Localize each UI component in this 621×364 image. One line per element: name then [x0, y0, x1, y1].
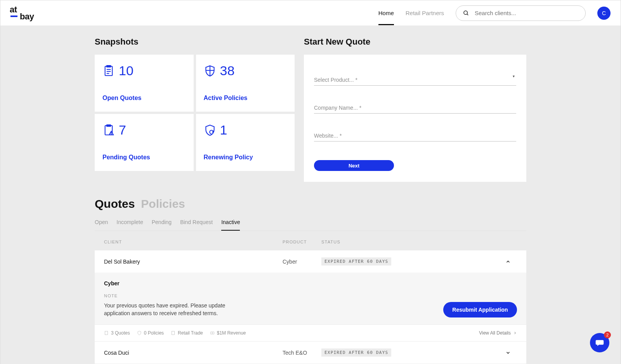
- snapshot-label: Active Policies: [204, 95, 287, 102]
- snapshot-open-quotes[interactable]: 10 Open Quotes: [95, 55, 194, 112]
- nav-retail-partners[interactable]: Retail Partners: [406, 1, 444, 25]
- shield-icon: [137, 331, 142, 335]
- website-label: Website... *: [314, 133, 342, 139]
- shield-icon: [204, 65, 216, 77]
- product-select[interactable]: Select Product... * ▾: [314, 72, 516, 86]
- quotes-table: CLIENT PRODUCT STATUS Del Sol Bakery Cyb…: [95, 231, 526, 364]
- clipboard-icon: [104, 331, 109, 335]
- chevron-up-icon[interactable]: [505, 259, 511, 264]
- shield-refresh-icon: [204, 124, 216, 136]
- table-row-header[interactable]: Cosa Duci Tech E&O EXPIRED AFTER 60 DAYS: [95, 342, 526, 364]
- snapshot-active-policies[interactable]: 38 Active Policies: [196, 55, 295, 112]
- building-icon: [171, 331, 175, 335]
- search-input[interactable]: [475, 10, 578, 16]
- chevron-down-icon[interactable]: [505, 350, 511, 355]
- snapshot-value: 7: [119, 122, 126, 138]
- company-name-input[interactable]: Company Name... *: [314, 100, 516, 114]
- new-quote-panel: Select Product... * ▾ Company Name... * …: [304, 55, 526, 182]
- svg-rect-13: [105, 331, 108, 335]
- meta-policies: 0 Policies: [144, 330, 164, 336]
- chat-launcher[interactable]: 2: [590, 333, 609, 352]
- nav-home[interactable]: Home: [378, 1, 394, 25]
- svg-rect-16: [210, 332, 214, 334]
- note-label: NOTE: [104, 293, 517, 298]
- row-expanded: Cyber NOTE Your previous quotes have exp…: [95, 273, 526, 324]
- subtab-bind-request[interactable]: Bind Request: [180, 219, 213, 231]
- svg-point-17: [212, 333, 213, 334]
- subtab-inactive[interactable]: Inactive: [221, 219, 240, 231]
- snapshot-label: Open Quotes: [102, 95, 186, 102]
- product-select-label: Select Product... *: [314, 77, 357, 83]
- table-row-header[interactable]: Del Sol Bakery Cyber EXPIRED AFTER 60 DA…: [95, 250, 526, 273]
- resubmit-application-button[interactable]: Resubmit Application: [443, 302, 517, 317]
- col-product: PRODUCT: [283, 240, 321, 244]
- col-status: STATUS: [321, 240, 517, 244]
- meta-revenue: $1M Revenue: [217, 330, 246, 336]
- dollar-icon: [210, 331, 215, 335]
- avatar[interactable]: C: [597, 7, 611, 20]
- svg-line-1: [467, 14, 468, 15]
- meta-industry: Retail Trade: [178, 330, 203, 336]
- cell-product: Cyber: [283, 259, 321, 265]
- chevron-right-icon: [513, 331, 517, 335]
- status-badge: EXPIRED AFTER 60 DAYS: [321, 348, 391, 357]
- snapshot-renewing-policy[interactable]: 1 Renewing Policy: [196, 114, 295, 171]
- tab-quotes[interactable]: Quotes: [95, 197, 135, 210]
- table-row: Cosa Duci Tech E&O EXPIRED AFTER 60 DAYS: [95, 342, 526, 364]
- logo[interactable]: at bay: [10, 6, 34, 21]
- chat-icon: [595, 338, 604, 347]
- svg-point-12: [111, 134, 111, 135]
- status-badge: EXPIRED AFTER 60 DAYS: [321, 257, 391, 266]
- top-nav: Home Retail Partners: [378, 1, 444, 25]
- next-button[interactable]: Next: [314, 160, 394, 171]
- sub-tabs: Open Incomplete Pending Bind Request Ina…: [95, 219, 526, 231]
- subtab-open[interactable]: Open: [95, 219, 108, 231]
- website-input[interactable]: Website... *: [314, 128, 516, 141]
- tab-policies[interactable]: Policies: [141, 197, 185, 210]
- cell-client: Cosa Duci: [104, 350, 283, 356]
- cell-product: Tech E&O: [283, 350, 321, 356]
- row-meta: 3 Quotes 0 Policies Retail Trade $1M Rev…: [95, 324, 526, 341]
- col-client: CLIENT: [104, 240, 283, 244]
- cell-client: Del Sol Bakery: [104, 259, 283, 265]
- new-quote-title: Start New Quote: [304, 37, 526, 47]
- snapshot-value: 1: [220, 122, 227, 138]
- snapshot-value: 38: [220, 63, 235, 78]
- chat-badge: 2: [604, 331, 611, 338]
- snapshot-label: Pending Quotes: [102, 154, 186, 161]
- clipboard-icon: [102, 65, 115, 77]
- top-bar: at bay Home Retail Partners C: [0, 0, 621, 26]
- snapshot-pending-quotes[interactable]: 7 Pending Quotes: [95, 114, 194, 171]
- svg-point-0: [464, 11, 467, 14]
- chevron-down-icon: ▾: [513, 74, 515, 78]
- expanded-product-title: Cyber: [104, 280, 517, 286]
- search-box[interactable]: [456, 5, 586, 21]
- company-name-label: Company Name... *: [314, 105, 361, 111]
- note-text: Your previous quotes have expired. Pleas…: [104, 302, 252, 317]
- table-row: Del Sol Bakery Cyber EXPIRED AFTER 60 DA…: [95, 250, 526, 342]
- snapshots-title: Snapshots: [95, 37, 295, 47]
- snapshot-value: 10: [119, 63, 134, 78]
- svg-rect-14: [172, 331, 175, 335]
- view-all-details-link[interactable]: View All Details: [479, 330, 517, 336]
- meta-quotes: 3 Quotes: [111, 330, 130, 336]
- clipboard-alert-icon: [102, 124, 115, 136]
- svg-rect-2: [105, 66, 113, 76]
- subtab-pending[interactable]: Pending: [152, 219, 172, 231]
- search-icon: [463, 10, 469, 16]
- subtab-incomplete[interactable]: Incomplete: [116, 219, 143, 231]
- main-tabs: Quotes Policies: [95, 197, 526, 210]
- snapshot-label: Renewing Policy: [204, 154, 287, 161]
